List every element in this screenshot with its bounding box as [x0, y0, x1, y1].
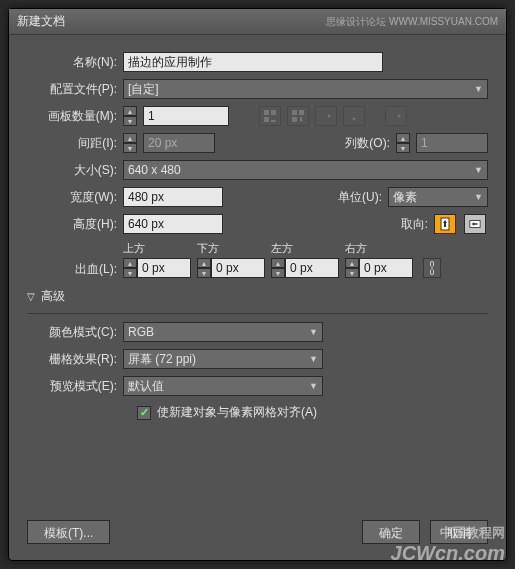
orientation-landscape-button[interactable] [464, 214, 486, 234]
bleed-left-spinner[interactable]: ▲▼ [271, 258, 285, 278]
arrange-down-icon[interactable] [343, 106, 365, 126]
raster-label: 栅格效果(R): [27, 351, 117, 368]
units-select[interactable]: 像素▼ [388, 187, 488, 207]
spacing-spinner: ▲▼ [123, 133, 137, 153]
preview-select[interactable]: 默认值▼ [123, 376, 323, 396]
grid-by-col-icon[interactable] [287, 106, 309, 126]
cancel-button[interactable]: 取消 [430, 520, 488, 544]
columns-label: 列数(O): [322, 135, 390, 152]
svg-rect-5 [299, 110, 304, 115]
width-input[interactable] [123, 187, 223, 207]
size-select[interactable]: 640 x 480▼ [123, 160, 488, 180]
bleed-left-input[interactable] [285, 258, 339, 278]
ok-button[interactable]: 确定 [362, 520, 420, 544]
templates-button[interactable]: 模板(T)... [27, 520, 110, 544]
bleed-top-spinner[interactable]: ▲▼ [123, 258, 137, 278]
raster-select[interactable]: 屏幕 (72 ppi)▼ [123, 349, 323, 369]
dialog-title: 新建文档 [17, 13, 65, 30]
grid-by-row-icon[interactable] [259, 106, 281, 126]
arrange-right-icon[interactable] [315, 106, 337, 126]
size-label: 大小(S): [27, 162, 117, 179]
artboards-label: 画板数量(M): [27, 108, 117, 125]
align-pixel-grid-label: 使新建对象与像素网格对齐(A) [157, 404, 317, 421]
profile-label: 配置文件(P): [27, 81, 117, 98]
orient-label: 取向: [360, 216, 428, 233]
titlebar[interactable]: 新建文档 思缘设计论坛 WWW.MISSYUAN.COM [9, 9, 506, 35]
triangle-down-icon: ▽ [27, 291, 35, 302]
svg-rect-2 [264, 117, 269, 122]
titlebar-right-text: 思缘设计论坛 WWW.MISSYUAN.COM [326, 15, 498, 29]
colormode-select[interactable]: RGB▼ [123, 322, 323, 342]
columns-input [416, 133, 488, 153]
chevron-down-icon: ▼ [474, 192, 483, 202]
columns-spinner: ▲▼ [396, 133, 410, 153]
spacing-input [143, 133, 215, 153]
artboards-input[interactable] [143, 106, 229, 126]
spacing-label: 间距(I): [27, 135, 117, 152]
chevron-down-icon: ▼ [309, 381, 318, 391]
name-label: 名称(N): [27, 54, 117, 71]
new-document-dialog: 新建文档 思缘设计论坛 WWW.MISSYUAN.COM 名称(N): 配置文件… [8, 8, 507, 561]
svg-rect-1 [271, 110, 276, 115]
width-label: 宽度(W): [27, 189, 117, 206]
bleed-bottom-spinner[interactable]: ▲▼ [197, 258, 211, 278]
artboards-spinner[interactable]: ▲▼ [123, 106, 137, 126]
height-label: 高度(H): [27, 216, 117, 233]
svg-rect-3 [292, 110, 297, 115]
orientation-portrait-button[interactable] [434, 214, 456, 234]
profile-select[interactable]: [自定]▼ [123, 79, 488, 99]
divider [27, 313, 488, 314]
chevron-down-icon: ▼ [474, 84, 483, 94]
chevron-down-icon: ▼ [474, 165, 483, 175]
bleed-right-spinner[interactable]: ▲▼ [345, 258, 359, 278]
svg-rect-4 [292, 117, 297, 122]
bleed-top-label: 上方 [123, 241, 145, 256]
bleed-right-input[interactable] [359, 258, 413, 278]
colormode-label: 颜色模式(C): [27, 324, 117, 341]
bleed-right-label: 右方 [345, 241, 367, 256]
bleed-label: 出血(L): [27, 261, 117, 278]
align-pixel-grid-checkbox[interactable]: ✓ [137, 406, 151, 420]
chevron-down-icon: ▼ [309, 354, 318, 364]
svg-rect-0 [264, 110, 269, 115]
arrow-right-icon[interactable] [385, 106, 407, 126]
bleed-left-label: 左方 [271, 241, 293, 256]
link-bleed-icon[interactable] [423, 258, 441, 278]
bleed-bottom-label: 下方 [197, 241, 219, 256]
chevron-down-icon: ▼ [309, 327, 318, 337]
units-label: 单位(U): [314, 189, 382, 206]
preview-label: 预览模式(E): [27, 378, 117, 395]
height-input[interactable] [123, 214, 223, 234]
name-input[interactable] [123, 52, 383, 72]
advanced-header[interactable]: ▽ 高级 [27, 288, 488, 305]
bleed-top-input[interactable] [137, 258, 191, 278]
bleed-bottom-input[interactable] [211, 258, 265, 278]
